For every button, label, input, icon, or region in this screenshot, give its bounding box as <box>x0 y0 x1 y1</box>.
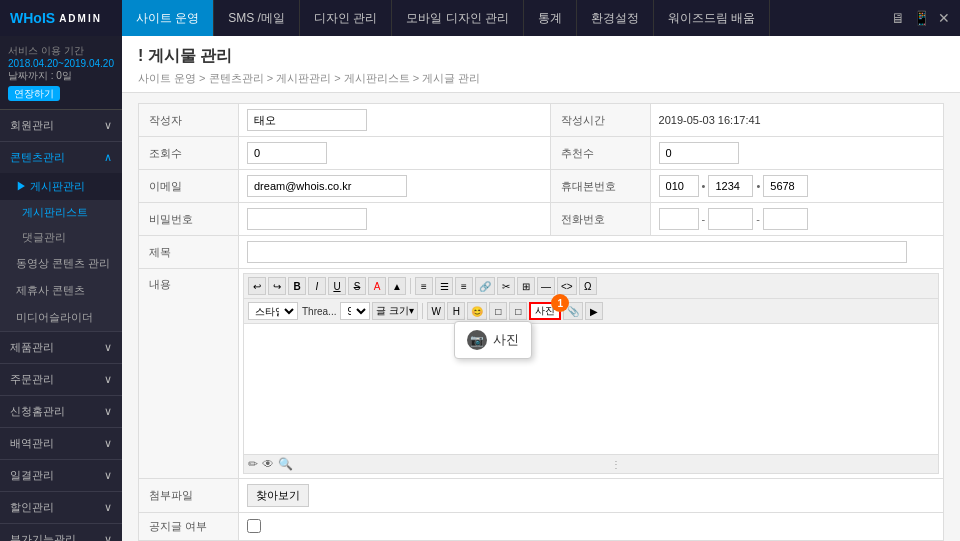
tb-fontcolor[interactable]: A <box>368 277 386 295</box>
extend-btn[interactable]: 연장하기 <box>8 86 60 101</box>
apply-chevron: ∨ <box>104 405 112 418</box>
email-label: 이메일 <box>139 170 239 203</box>
tb-strike[interactable]: S <box>348 277 366 295</box>
product-label: 제품관리 <box>10 340 54 355</box>
main-layout: 서비스 이용 기간 2018.04.20~2019.04.20 날짜까지 : 0… <box>0 36 960 541</box>
tb-hr[interactable]: — <box>537 277 555 295</box>
order-label: 주문관리 <box>10 372 54 387</box>
phone-p2[interactable] <box>708 208 753 230</box>
phone-p3[interactable] <box>763 208 808 230</box>
attach-btn[interactable]: 찾아보기 <box>247 484 309 507</box>
sidebar-category-member[interactable]: 회원관리 ∨ <box>0 110 122 141</box>
user-info: 서비스 이용 기간 2018.04.20~2019.04.20 날짜까지 : 0… <box>0 36 122 110</box>
mobile-p1[interactable] <box>659 175 699 197</box>
tb-underline[interactable]: U <box>328 277 346 295</box>
sidebar-category-apply[interactable]: 신청홈관리 ∨ <box>0 396 122 427</box>
member-chevron: ∨ <box>104 119 112 132</box>
notice-checkbox[interactable] <box>247 519 261 533</box>
tb-align-left[interactable]: ≡ <box>415 277 433 295</box>
nav-settings[interactable]: 환경설정 <box>577 0 654 36</box>
page-title: 게시물 관리 <box>138 46 944 67</box>
일결-chevron: ∨ <box>104 469 112 482</box>
editor-toolbar-1: ↩ ↪ B I U S A ▲ ≡ ☰ <box>244 274 938 299</box>
author-input[interactable] <box>247 109 367 131</box>
tb-redo[interactable]: ↪ <box>268 277 286 295</box>
photo-btn-container: 사진 1 <box>529 302 561 320</box>
subject-input[interactable] <box>247 241 907 263</box>
tb-w[interactable]: W <box>427 302 445 320</box>
tb-style-select[interactable]: 스타일 <box>248 302 298 320</box>
mobile-p3[interactable] <box>763 175 808 197</box>
sidebar-content-section: 콘텐츠관리 ∧ ▶ 게시판관리 게시판리스트 댓글관리 동영상 콘텐츠 관리 제… <box>0 142 122 332</box>
nav-site-operation[interactable]: 사이트 운영 <box>122 0 214 36</box>
header: WHoIS ADMIN 사이트 운영 SMS /메일 디자인 관리 모바일 디자… <box>0 0 960 36</box>
logo-whois: WHoIS <box>10 10 55 26</box>
배역-label: 배역관리 <box>10 436 54 451</box>
views-cell <box>239 137 551 170</box>
author-cell <box>239 104 551 137</box>
tb-bgcolor[interactable]: ▲ <box>388 277 406 295</box>
resize-handle[interactable]: ⋮ <box>297 459 934 470</box>
tb-emoji[interactable]: 😊 <box>467 302 487 320</box>
sidebar-sub-boardlist[interactable]: 게시판리스트 <box>0 200 122 225</box>
sidebar-item-slider[interactable]: 미디어슬라이더 <box>0 304 122 331</box>
sidebar-category-discount[interactable]: 할인관리 ∨ <box>0 492 122 523</box>
status-zoom-icon[interactable]: 🔍 <box>278 457 293 471</box>
tb-link[interactable]: 🔗 <box>475 277 495 295</box>
sidebar-item-partner[interactable]: 제휴사 콘텐츠 <box>0 277 122 304</box>
sidebar-category-배역[interactable]: 배역관리 ∨ <box>0 428 122 459</box>
row-content: 내용 ↩ ↪ B I U S <box>139 269 944 479</box>
nav-mobile-design[interactable]: 모바일 디자인 관리 <box>392 0 524 36</box>
tb-size-select[interactable]: 9pt <box>340 302 370 320</box>
nav-wisedream[interactable]: 워이즈드림 배움 <box>654 0 770 36</box>
tb-video[interactable]: ▶ <box>585 302 603 320</box>
tb-italic[interactable]: I <box>308 277 326 295</box>
tablet-icon[interactable]: 📱 <box>913 10 930 26</box>
sidebar-category-product[interactable]: 제품관리 ∨ <box>0 332 122 363</box>
main-content: 게시물 관리 사이트 운영 > 콘텐츠관리 > 게시판관리 > 게시판리스트 >… <box>122 36 960 541</box>
tb-undo[interactable]: ↩ <box>248 277 266 295</box>
tb-bold[interactable]: B <box>288 277 306 295</box>
phone-p1[interactable] <box>659 208 699 230</box>
status-edit-icon[interactable]: ✏ <box>248 457 258 471</box>
tb-misc1[interactable]: □ <box>489 302 507 320</box>
monitor-icon[interactable]: 🖥 <box>891 10 905 26</box>
recommend-input[interactable] <box>659 142 739 164</box>
mobile-p2[interactable] <box>708 175 753 197</box>
tb-table[interactable]: ⊞ <box>517 277 535 295</box>
header-icons: 🖥 📱 ✕ <box>891 10 950 26</box>
password-label: 비밀번호 <box>139 203 239 236</box>
close-icon[interactable]: ✕ <box>938 10 950 26</box>
row-subject: 제목 <box>139 236 944 269</box>
sidebar-배역-section: 배역관리 ∨ <box>0 428 122 460</box>
sidebar-category-content[interactable]: 콘텐츠관리 ∧ <box>0 142 122 173</box>
views-input[interactable] <box>247 142 327 164</box>
editor-statusbar: ✏ 👁 🔍 ⋮ <box>244 454 938 473</box>
tb-h[interactable]: H <box>447 302 465 320</box>
sidebar-category-일결[interactable]: 일결관리 ∨ <box>0 460 122 491</box>
tb-special[interactable]: Ω <box>579 277 597 295</box>
tb-unlink[interactable]: ✂ <box>497 277 515 295</box>
password-input[interactable] <box>247 208 367 230</box>
sidebar-category-extra[interactable]: 부가기능관리 ∨ <box>0 524 122 541</box>
notice-cell <box>239 513 944 541</box>
nav-stats[interactable]: 통계 <box>524 0 577 36</box>
tb-code[interactable]: <> <box>557 277 577 295</box>
sidebar-category-order[interactable]: 주문관리 ∨ <box>0 364 122 395</box>
sidebar-order-section: 주문관리 ∨ <box>0 364 122 396</box>
attach-cell: 찾아보기 <box>239 479 944 513</box>
nav-design[interactable]: 디자인 관리 <box>300 0 392 36</box>
tb-align-right[interactable]: ≡ <box>455 277 473 295</box>
order-chevron: ∨ <box>104 373 112 386</box>
sidebar-item-video[interactable]: 동영상 콘텐츠 관리 <box>0 250 122 277</box>
tb-zoom[interactable]: 글 크기▾ <box>372 302 418 320</box>
editor-body[interactable] <box>244 324 938 454</box>
tb-misc2[interactable]: □ <box>509 302 527 320</box>
nav-sms-mail[interactable]: SMS /메일 <box>214 0 300 36</box>
logo: WHoIS ADMIN <box>10 10 102 26</box>
status-eye-icon[interactable]: 👁 <box>262 457 274 471</box>
sidebar-sub-comments[interactable]: 댓글관리 <box>0 225 122 250</box>
sidebar-item-board[interactable]: ▶ 게시판관리 <box>0 173 122 200</box>
tb-align-center[interactable]: ☰ <box>435 277 453 295</box>
email-input[interactable] <box>247 175 407 197</box>
